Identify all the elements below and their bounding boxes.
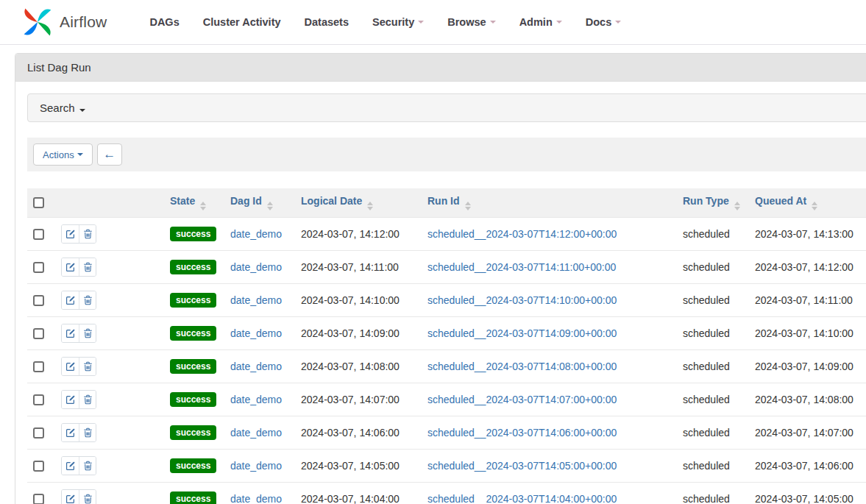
dag-id-cell: date_demo bbox=[224, 284, 295, 317]
nav-item-docs[interactable]: Docs bbox=[574, 9, 633, 35]
edit-button[interactable] bbox=[62, 457, 79, 475]
edit-button[interactable] bbox=[62, 225, 79, 243]
delete-button[interactable] bbox=[79, 490, 96, 504]
run-id-link[interactable]: scheduled__2024-03-07T14:07:00+00:00 bbox=[427, 394, 617, 405]
chevron-down-icon bbox=[77, 153, 83, 156]
status-badge: success bbox=[170, 293, 216, 308]
state-cell: success bbox=[164, 483, 224, 504]
row-checkbox[interactable] bbox=[33, 295, 44, 306]
nav-item-browse[interactable]: Browse bbox=[436, 9, 507, 35]
search-accordion-toggle[interactable]: Search bbox=[27, 93, 866, 122]
table-row: successdate_demo2024-03-07, 14:06:00sche… bbox=[27, 416, 866, 450]
run-id-link[interactable]: scheduled__2024-03-07T14:12:00+00:00 bbox=[427, 228, 617, 240]
chevron-down-icon bbox=[556, 21, 562, 24]
run-id-link[interactable]: scheduled__2024-03-07T14:10:00+00:00 bbox=[427, 294, 617, 306]
state-cell: success bbox=[164, 284, 224, 317]
actions-dropdown-button[interactable]: Actions bbox=[33, 143, 93, 166]
nav-item-admin[interactable]: Admin bbox=[508, 9, 574, 35]
row-checkbox[interactable] bbox=[33, 229, 44, 240]
run-id-link[interactable]: scheduled__2024-03-07T14:04:00+00:00 bbox=[427, 493, 617, 504]
trash-icon bbox=[83, 461, 93, 471]
delete-button[interactable] bbox=[79, 258, 96, 276]
sort-link-queued-at[interactable]: Queued At bbox=[755, 195, 806, 207]
sort-link-run-type[interactable]: Run Type bbox=[683, 195, 729, 207]
dag-run-table: StateDag IdLogical DateRun IdRun TypeQue… bbox=[27, 188, 866, 504]
delete-button[interactable] bbox=[79, 225, 96, 243]
sort-link-logical-date[interactable]: Logical Date bbox=[301, 195, 362, 207]
nav-item-security[interactable]: Security bbox=[361, 9, 436, 35]
brand-text: Airflow bbox=[60, 13, 107, 31]
delete-button[interactable] bbox=[79, 324, 96, 342]
navbar: Airflow DAGsCluster ActivityDatasetsSecu… bbox=[0, 0, 866, 45]
run-id-link[interactable]: scheduled__2024-03-07T14:08:00+00:00 bbox=[427, 361, 617, 372]
run-id-cell: scheduled__2024-03-07T14:09:00+00:00 bbox=[422, 317, 677, 350]
column-header-run-type: Run Type bbox=[677, 188, 749, 218]
page-title: List Dag Run bbox=[15, 54, 866, 82]
row-actions-group bbox=[61, 357, 96, 376]
run-id-link[interactable]: scheduled__2024-03-07T14:11:00+00:00 bbox=[427, 261, 616, 273]
back-button[interactable]: ← bbox=[97, 143, 122, 166]
select-all-checkbox[interactable] bbox=[33, 197, 44, 208]
status-badge: success bbox=[170, 359, 216, 374]
sort-icon bbox=[200, 202, 206, 210]
pencil-square-icon bbox=[65, 427, 76, 438]
row-checkbox[interactable] bbox=[33, 494, 44, 504]
actions-label: Actions bbox=[43, 149, 74, 160]
row-checkbox[interactable] bbox=[33, 262, 44, 273]
row-actions-header bbox=[55, 188, 164, 218]
queued-at-cell: 2024-03-07, 14:13:00 bbox=[749, 218, 866, 251]
airflow-pinwheel-icon bbox=[21, 5, 54, 39]
edit-button[interactable] bbox=[62, 258, 79, 276]
delete-button[interactable] bbox=[79, 391, 96, 408]
dag-id-link[interactable]: date_demo bbox=[230, 361, 282, 372]
edit-button[interactable] bbox=[62, 291, 79, 309]
sort-link-state[interactable]: State bbox=[170, 195, 195, 207]
dag-id-link[interactable]: date_demo bbox=[230, 493, 282, 504]
delete-button[interactable] bbox=[79, 291, 96, 309]
select-all-header bbox=[27, 188, 55, 218]
trash-icon bbox=[83, 494, 93, 504]
nav-item-dags[interactable]: DAGs bbox=[138, 9, 191, 35]
dag-id-link[interactable]: date_demo bbox=[230, 294, 282, 306]
row-actions-group bbox=[61, 324, 96, 343]
delete-button[interactable] bbox=[79, 424, 96, 441]
sort-link-dag-id[interactable]: Dag Id bbox=[230, 195, 262, 207]
edit-button[interactable] bbox=[62, 391, 79, 408]
row-checkbox[interactable] bbox=[33, 427, 44, 439]
run-id-link[interactable]: scheduled__2024-03-07T14:09:00+00:00 bbox=[427, 327, 617, 339]
trash-icon bbox=[83, 262, 93, 272]
row-checkbox[interactable] bbox=[33, 361, 44, 372]
dag-id-link[interactable]: date_demo bbox=[230, 460, 282, 472]
run-type-cell: scheduled bbox=[677, 450, 749, 483]
row-checkbox[interactable] bbox=[33, 328, 44, 339]
run-type-cell: scheduled bbox=[677, 284, 749, 317]
dag-id-link[interactable]: date_demo bbox=[230, 327, 282, 339]
dag-id-cell: date_demo bbox=[224, 383, 295, 416]
delete-button[interactable] bbox=[79, 358, 96, 375]
edit-button[interactable] bbox=[62, 424, 79, 441]
dag-id-link[interactable]: date_demo bbox=[230, 261, 282, 273]
dag-id-link[interactable]: date_demo bbox=[230, 394, 282, 405]
nav-item-cluster-activity[interactable]: Cluster Activity bbox=[191, 9, 293, 35]
edit-button[interactable] bbox=[62, 324, 79, 342]
sort-link-run-id[interactable]: Run Id bbox=[427, 195, 460, 207]
run-id-link[interactable]: scheduled__2024-03-07T14:06:00+00:00 bbox=[427, 427, 617, 439]
pencil-square-icon bbox=[65, 229, 76, 239]
dag-id-link[interactable]: date_demo bbox=[230, 427, 282, 439]
delete-button[interactable] bbox=[79, 457, 96, 475]
edit-button[interactable] bbox=[62, 358, 79, 375]
row-actions-cell bbox=[55, 416, 164, 450]
run-id-cell: scheduled__2024-03-07T14:04:00+00:00 bbox=[422, 483, 677, 504]
nav-item-datasets[interactable]: Datasets bbox=[293, 9, 361, 35]
row-checkbox[interactable] bbox=[33, 461, 44, 472]
airflow-brand[interactable]: Airflow bbox=[21, 5, 107, 39]
run-id-link[interactable]: scheduled__2024-03-07T14:05:00+00:00 bbox=[427, 460, 617, 472]
dag-id-link[interactable]: date_demo bbox=[230, 228, 282, 240]
sort-icon bbox=[812, 202, 817, 210]
pencil-square-icon bbox=[65, 494, 76, 504]
edit-button[interactable] bbox=[62, 490, 79, 504]
queued-at-cell: 2024-03-07, 14:10:00 bbox=[749, 317, 866, 350]
run-type-cell: scheduled bbox=[677, 416, 749, 450]
row-actions-group bbox=[61, 291, 96, 310]
row-checkbox[interactable] bbox=[33, 394, 44, 405]
